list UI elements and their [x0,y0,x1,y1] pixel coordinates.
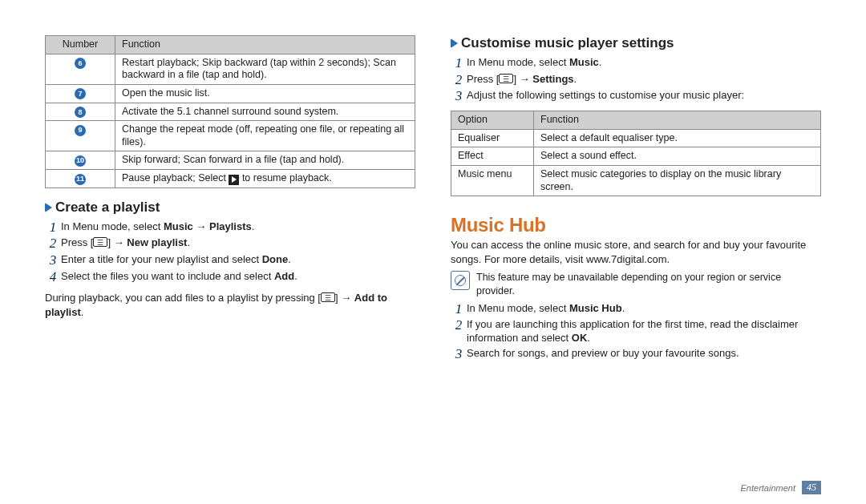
function-cell: Open the music list. [115,84,415,103]
step-text: Enter a title for your new playlist and … [61,253,415,267]
step-text: If you are launching this application fo… [467,318,821,345]
step-text: Select the files you want to include and… [61,270,415,284]
music-hub-heading: Music Hub [451,214,821,236]
number-badge: 8 [75,107,86,118]
number-badge: 11 [75,174,86,185]
number-badge: 7 [75,88,86,99]
table-row: Music menuSelect music categories to dis… [451,165,821,196]
customise-steps: 1In Menu mode, select Music. 2Press [] →… [451,56,821,104]
left-column: Number Function 6 Restart playback; Skip… [45,35,415,483]
col-header-number: Number [46,36,115,54]
play-icon [229,175,239,185]
step-text: In Menu mode, select Music. [467,56,821,70]
function-cell: Activate the 5.1 channel surround sound … [115,103,415,121]
music-hub-steps: 1In Menu mode, select Music Hub. 2If you… [451,302,821,362]
col-header-option: Option [451,111,534,130]
menu-key-icon [499,74,513,83]
chevron-right-icon [45,203,52,212]
chevron-right-icon [451,38,458,48]
step-text: Search for songs, and preview or buy you… [467,347,821,361]
note-icon [451,271,470,290]
number-badge: 9 [75,125,86,136]
create-playlist-heading: Create a playlist [45,200,415,216]
footer-category: Entertainment [741,483,795,493]
music-hub-intro: You can access the online music store, a… [451,238,821,266]
menu-key-icon [93,237,107,247]
page-footer: Entertainment 45 [0,481,866,494]
playlist-steps: 1In Menu mode, select Music → Playlists.… [45,220,415,285]
right-column: Customise music player settings 1In Menu… [451,35,821,483]
menu-key-icon [321,292,335,302]
function-cell: Change the repeat mode (off, repeating o… [115,121,415,151]
table-row: 7 Open the music list. [46,84,415,103]
note-text: This feature may be unavailable dependin… [476,271,821,297]
number-badge: 6 [75,58,86,69]
number-badge: 10 [75,155,86,167]
step-text: In Menu mode, select Music → Playlists. [61,220,415,234]
function-cell: Restart playback; Skip backward (tap wit… [115,54,415,84]
step-text: In Menu mode, select Music Hub. [467,302,821,316]
function-cell: Pause playback; Select to resume playbac… [115,170,415,188]
function-cell: Skip forward; Scan forward in a file (ta… [115,151,415,170]
table-row: 6 Restart playback; Skip backward (tap w… [46,54,415,84]
footer-page-number: 45 [802,481,821,494]
table-row: 11 Pause playback; Select to resume play… [46,170,415,188]
playlist-note: During playback, you can add files to a … [45,291,415,319]
col-header-function: Function [534,111,821,130]
table-row: 10 Skip forward; Scan forward in a file … [46,151,415,170]
settings-table: Option Function EqualiserSelect a defaul… [451,111,821,196]
customise-heading: Customise music player settings [451,35,821,51]
step-text: Press [] → New playlist. [61,236,415,250]
table-row: 9 Change the repeat mode (off, repeating… [46,121,415,151]
table-row: 8 Activate the 5.1 channel surround soun… [46,103,415,121]
col-header-function: Function [115,36,415,54]
note-block: This feature may be unavailable dependin… [451,271,821,297]
table-row: EqualiserSelect a default equaliser type… [451,129,821,147]
table-row: EffectSelect a sound effect. [451,147,821,166]
step-text: Adjust the following settings to customi… [467,89,821,103]
function-table: Number Function 6 Restart playback; Skip… [45,35,415,188]
step-text: Press [] → Settings. [467,73,821,87]
